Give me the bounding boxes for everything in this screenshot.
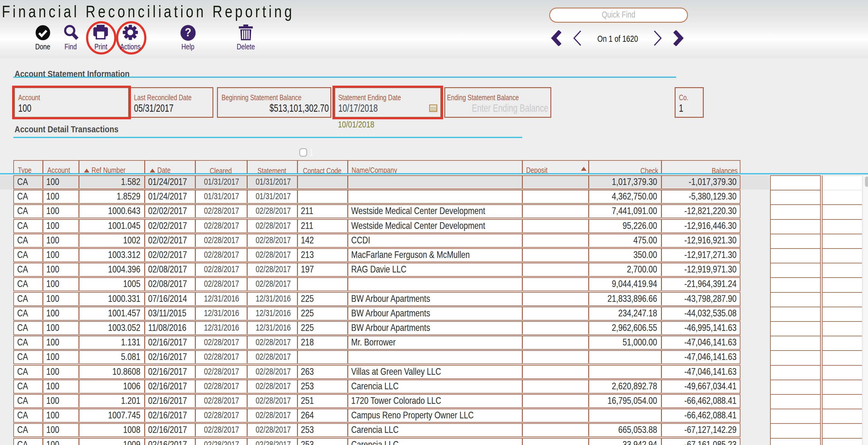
svg-text:?: ? bbox=[185, 26, 191, 39]
